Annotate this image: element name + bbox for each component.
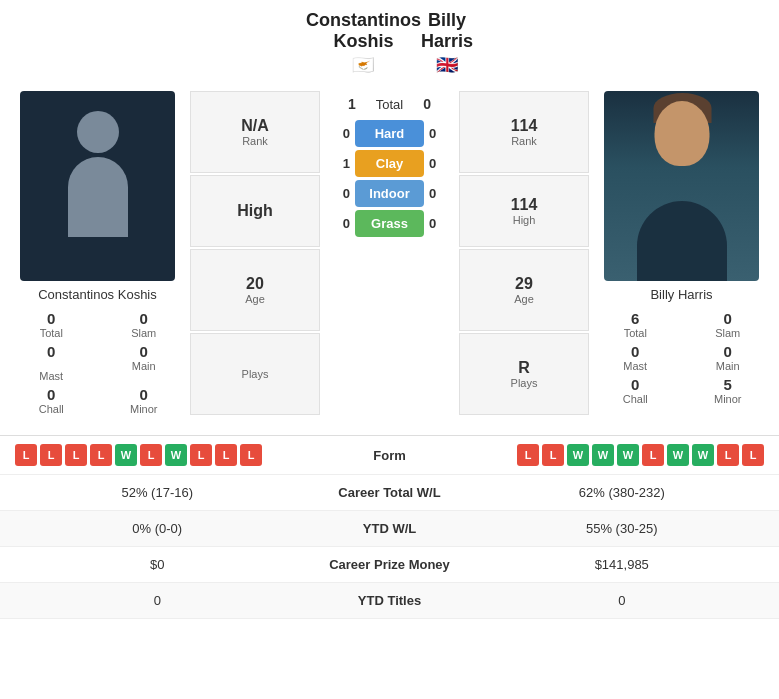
stat-row-left-0: 52% (17-16)	[15, 485, 300, 500]
player-right-name: Billy Harris	[650, 287, 712, 302]
form-left-badges: LLLLWLWLLL	[15, 444, 330, 466]
stat-chall-left-label: Chall	[39, 403, 64, 415]
form-badge-left-l: L	[190, 444, 212, 466]
stat-mast-left: 0 Mast	[10, 343, 93, 382]
form-badge-left-l: L	[240, 444, 262, 466]
stat-row-center-2: Career Prize Money	[300, 557, 480, 572]
stat-main-right-value: 0	[724, 343, 732, 360]
form-badge-right-l: L	[642, 444, 664, 466]
middle-plays-box: Plays	[190, 333, 320, 415]
stat-row-2: $0Career Prize Money$141,985	[0, 547, 779, 583]
stat-chall-right-value: 0	[631, 376, 639, 393]
compare-clay-right: 0	[429, 156, 454, 171]
middle-stats: N/A Rank High 20 Age Plays	[190, 91, 320, 415]
harris-face-oval	[654, 101, 709, 166]
left-flag: 🇨🇾	[306, 54, 421, 76]
stat-minor-right-value: 5	[724, 376, 732, 393]
form-badge-right-w: W	[592, 444, 614, 466]
compare-total-label: Total	[376, 97, 403, 112]
right-age-value: 29	[515, 275, 533, 293]
stat-row-3: 0YTD Titles0	[0, 583, 779, 619]
stat-row-right-3: 0	[480, 593, 765, 608]
stat-mast-right-value: 0	[631, 343, 639, 360]
stat-mast-left-label: Mast	[39, 370, 63, 382]
stat-minor-left-label: Minor	[130, 403, 158, 415]
compare-indoor-row: 0 Indoor 0	[325, 180, 454, 207]
compare-indoor-btn: Indoor	[355, 180, 424, 207]
stat-slam-left: 0 Slam	[103, 310, 186, 339]
right-rank-value: 114	[511, 117, 538, 135]
compare-total-right: 0	[423, 96, 448, 112]
bottom-stats-container: 52% (17-16)Career Total W/L62% (380-232)…	[0, 475, 779, 619]
stat-slam-left-value: 0	[140, 310, 148, 327]
form-badge-right-l: L	[517, 444, 539, 466]
stat-main-right: 0 Main	[687, 343, 770, 372]
form-badge-left-w: W	[115, 444, 137, 466]
center-heading-area: Constantinos Koshis 🇨🇾 Billy Harris 🇬🇧	[306, 10, 473, 76]
stat-row-left-1: 0% (0-0)	[15, 521, 300, 536]
compare-hard-row: 0 Hard 0	[325, 120, 454, 147]
form-badge-left-w: W	[165, 444, 187, 466]
stat-mast-left-value: 0	[47, 343, 55, 360]
player-left-stats: 0 Total 0 Slam 0 Mast 0 Main 0 Chall	[10, 310, 185, 415]
player-left-silhouette	[58, 111, 138, 261]
left-player-title: Constantinos Koshis 🇨🇾	[306, 10, 421, 76]
compare-grass-left: 0	[325, 216, 350, 231]
form-badge-left-l: L	[215, 444, 237, 466]
form-badge-right-w: W	[567, 444, 589, 466]
player-right-photo	[604, 91, 759, 281]
form-badge-right-w: W	[667, 444, 689, 466]
form-badge-right-w: W	[692, 444, 714, 466]
right-high-value: 114	[511, 196, 538, 214]
compare-total-left: 1	[331, 96, 356, 112]
stat-mast-right-label: Mast	[623, 360, 647, 372]
compare-grass-row: 0 Grass 0	[325, 210, 454, 237]
middle-age-box: 20 Age	[190, 249, 320, 331]
stat-minor-left: 0 Minor	[103, 386, 186, 415]
stat-row-right-1: 55% (30-25)	[480, 521, 765, 536]
compare-grass-right: 0	[429, 216, 454, 231]
right-flag: 🇬🇧	[421, 54, 473, 76]
compare-indoor-right: 0	[429, 186, 454, 201]
stat-chall-left-value: 0	[47, 386, 55, 403]
stat-total-right: 6 Total	[594, 310, 677, 339]
form-badge-right-w: W	[617, 444, 639, 466]
stat-slam-left-label: Slam	[131, 327, 156, 339]
right-player-name-heading: Billy Harris	[421, 10, 473, 52]
left-player-name-heading: Constantinos Koshis	[306, 10, 421, 52]
player-left-name: Constantinos Koshis	[38, 287, 157, 302]
form-badge-right-l: L	[717, 444, 739, 466]
right-age-label: Age	[514, 293, 534, 305]
stat-slam-right: 0 Slam	[687, 310, 770, 339]
middle-age-value: 20	[246, 275, 264, 293]
form-row: LLLLWLWLLL Form LLWWWLWWLL	[0, 436, 779, 475]
stat-row-left-2: $0	[15, 557, 300, 572]
player-left: Constantinos Koshis 0 Total 0 Slam 0 Mas…	[10, 91, 185, 415]
compare-hard-left: 0	[325, 126, 350, 141]
form-badge-right-l: L	[542, 444, 564, 466]
form-badge-left-l: L	[65, 444, 87, 466]
harris-body	[637, 201, 727, 281]
form-badge-left-l: L	[40, 444, 62, 466]
compare-grass-btn: Grass	[355, 210, 424, 237]
player-headings: Constantinos Koshis 🇨🇾 Billy Harris 🇬🇧	[0, 0, 779, 76]
stat-row-center-3: YTD Titles	[300, 593, 480, 608]
right-high-label: High	[513, 214, 536, 226]
harris-face	[654, 101, 709, 166]
right-plays-box: R Plays	[459, 333, 589, 415]
stat-total-left-label: Total	[40, 327, 63, 339]
stat-chall-right: 0 Chall	[594, 376, 677, 405]
stat-total-right-value: 6	[631, 310, 639, 327]
right-age-box: 29 Age	[459, 249, 589, 331]
stat-minor-left-value: 0	[140, 386, 148, 403]
stat-row-1: 0% (0-0)YTD W/L55% (30-25)	[0, 511, 779, 547]
middle-plays-label: Plays	[242, 368, 269, 380]
form-badge-left-l: L	[15, 444, 37, 466]
stat-main-right-label: Main	[716, 360, 740, 372]
stat-total-left: 0 Total	[10, 310, 93, 339]
middle-age-label: Age	[245, 293, 265, 305]
compare-clay-btn: Clay	[355, 150, 424, 177]
stat-row-right-0: 62% (380-232)	[480, 485, 765, 500]
right-rank-label: Rank	[511, 135, 537, 147]
player-right: Billy Harris 6 Total 0 Slam 0 Mast 0 Mai…	[594, 91, 769, 415]
